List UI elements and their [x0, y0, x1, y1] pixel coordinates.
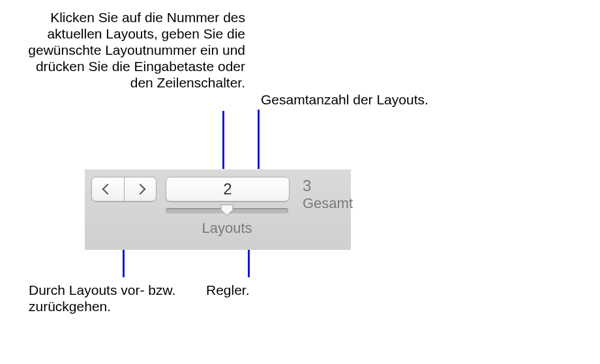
callout-slider: Regler. [206, 282, 304, 298]
callout-total: Gesamtanzahl der Layouts. [261, 91, 483, 108]
callout-numberfield: Klicken Sie auf die Nummer des aktuellen… [16, 9, 245, 91]
current-layout-field[interactable]: 2 [166, 177, 290, 202]
total-layout-label: Gesamt [303, 195, 353, 212]
callout-nav: Durch Layouts vor- bzw. zurückgehen. [29, 282, 192, 314]
layout-stepper [91, 177, 157, 202]
layouts-panel: 2 3 Gesamt Layouts [85, 169, 351, 250]
leader-line [222, 111, 224, 177]
total-layout-count: 3 [303, 177, 311, 195]
next-layout-button[interactable] [125, 177, 157, 201]
layout-slider-track[interactable] [166, 208, 288, 213]
layout-slider-knob[interactable] [220, 204, 233, 216]
chevron-right-icon [134, 184, 145, 195]
leader-line [258, 110, 260, 175]
panel-section-label: Layouts [166, 220, 288, 237]
chevron-left-icon [102, 184, 113, 195]
prev-layout-button[interactable] [92, 177, 125, 201]
